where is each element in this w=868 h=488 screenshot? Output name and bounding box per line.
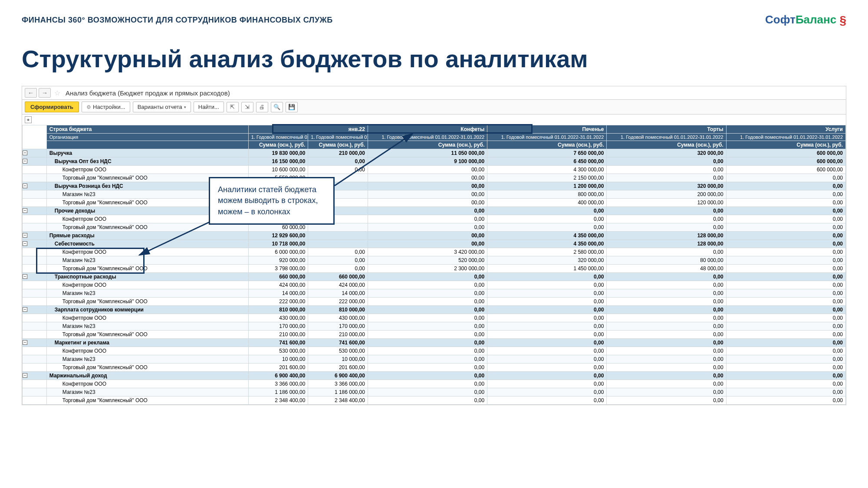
tree-cell[interactable] — [23, 174, 47, 182]
tree-cell[interactable] — [23, 396, 47, 405]
print-button[interactable]: 🖨 — [256, 102, 268, 112]
sum-header-0: Сумма (осн.), руб. — [248, 141, 308, 149]
collapse-down-button[interactable]: ⇲ — [241, 102, 253, 112]
table-row[interactable]: −Выручка Розница без НДС3 470 000,0000,0… — [23, 182, 846, 190]
collapse-icon[interactable]: − — [23, 183, 27, 188]
table-row[interactable]: Торговый дом "Комплексный" ООО3 798 000,… — [23, 265, 846, 273]
tree-cell[interactable]: − — [23, 207, 47, 215]
row-name: Магазин №23 — [46, 256, 248, 265]
collapse-icon[interactable]: − — [23, 208, 27, 213]
save-button[interactable]: 💾 — [286, 102, 298, 112]
cell-value: 0,00 — [607, 273, 726, 281]
tree-cell[interactable] — [23, 347, 47, 355]
tree-cell[interactable] — [23, 289, 47, 298]
tree-cell[interactable] — [23, 256, 47, 265]
find-button[interactable]: Найти... — [194, 102, 224, 112]
collapse-icon[interactable]: − — [23, 340, 27, 345]
collapse-icon[interactable]: − — [23, 274, 27, 279]
table-row[interactable]: −Себестоимость10 718 000,0000,004 350 00… — [23, 240, 846, 248]
cell-value: 222 000,00 — [248, 298, 308, 306]
row-name: Магазин №23 — [46, 388, 248, 396]
collapse-icon[interactable]: − — [23, 373, 27, 378]
tree-cell[interactable] — [23, 199, 47, 207]
table-row[interactable]: Торговый дом "Комплексный" ООО210 000,00… — [23, 331, 846, 339]
tree-cell[interactable] — [23, 190, 47, 199]
tree-cell[interactable] — [23, 265, 47, 273]
cell-value: 0,00 — [487, 364, 607, 372]
tree-cell[interactable] — [23, 322, 47, 331]
table-row[interactable]: Магазин №231 186 000,001 186 000,000,000… — [23, 388, 846, 396]
table-row[interactable]: Магазин №2310 000,0010 000,000,000,000,0… — [23, 355, 846, 364]
table-row[interactable]: −Зарплата сотрудников коммерции810 000,0… — [23, 306, 846, 314]
tree-cell[interactable] — [23, 223, 47, 232]
table-row[interactable]: Конфетпром ООО10 600 000,000,0000,004 30… — [23, 166, 846, 174]
tree-cell[interactable]: − — [23, 306, 47, 314]
table-row[interactable]: Конфетпром ООО3 366 000,003 366 000,000,… — [23, 380, 846, 388]
tree-cell[interactable]: − — [23, 157, 47, 166]
cell-value: 0,00 — [607, 306, 726, 314]
forward-button[interactable]: → — [39, 88, 51, 98]
table-row[interactable]: −Транспортные расходы660 000,00660 000,0… — [23, 273, 846, 281]
table-row[interactable]: Магазин №232 300 000,0000,00800 000,0020… — [23, 190, 846, 199]
tree-cell[interactable]: − — [23, 149, 47, 157]
tree-cell[interactable] — [23, 215, 47, 223]
table-row[interactable]: Торговый дом "Комплексный" ООО1 170 000,… — [23, 199, 846, 207]
table-row[interactable]: Торговый дом "Комплексный" ООО222 000,00… — [23, 298, 846, 306]
cell-value: 0,00 — [487, 314, 607, 322]
row-name: Конфетпром ООО — [46, 248, 248, 256]
table-row[interactable]: Конфетпром ООО530 000,00530 000,000,000,… — [23, 347, 846, 355]
tree-cell[interactable] — [23, 364, 47, 372]
tree-cell[interactable]: − — [23, 372, 47, 380]
tree-cell[interactable]: − — [23, 232, 47, 240]
tree-cell[interactable] — [23, 298, 47, 306]
table-row[interactable]: −Маркетинг и реклама741 600,00741 600,00… — [23, 339, 846, 347]
back-button[interactable]: ← — [25, 88, 37, 98]
table-row[interactable]: Конфетпром ООО6 000 000,000,003 420 000,… — [23, 248, 846, 256]
tree-cell[interactable] — [23, 355, 47, 364]
table-row[interactable]: Торговый дом "Комплексный" ООО5 550 000,… — [23, 174, 846, 182]
cell-value: 1 186 000,00 — [248, 388, 308, 396]
tree-cell[interactable] — [23, 248, 47, 256]
expand-all-button[interactable]: + — [25, 116, 32, 123]
table-row[interactable]: −Прочие доходы210 000,000,000,000,000,00 — [23, 207, 846, 215]
table-row[interactable]: −Выручка Опт без НДС16 150 000,000,009 1… — [23, 157, 846, 166]
tree-cell[interactable] — [23, 380, 47, 388]
cell-value: 430 000,00 — [308, 314, 368, 322]
collapse-icon[interactable]: − — [23, 307, 27, 312]
table-row[interactable]: Конфетпром ООО430 000,00430 000,000,000,… — [23, 314, 846, 322]
cell-value: 0,00 — [368, 314, 487, 322]
collapse-icon[interactable]: − — [23, 241, 27, 246]
tree-cell[interactable]: − — [23, 273, 47, 281]
row-name: Торговый дом "Комплексный" ООО — [46, 364, 248, 372]
preview-button[interactable]: 🔍 — [271, 102, 283, 112]
table-row[interactable]: Торговый дом "Комплексный" ООО201 600,00… — [23, 364, 846, 372]
table-row[interactable]: Торговый дом "Комплексный" ООО2 348 400,… — [23, 396, 846, 405]
table-row[interactable]: Магазин №2314 000,0014 000,000,000,000,0… — [23, 289, 846, 298]
table-row[interactable]: Магазин №23170 000,00170 000,000,000,000… — [23, 322, 846, 331]
settings-button[interactable]: ⚙Настройки... — [82, 102, 130, 112]
tree-cell[interactable]: − — [23, 240, 47, 248]
table-row[interactable]: Торговый дом "Комплексный" ООО60 000,000… — [23, 223, 846, 232]
cell-value: 0,00 — [368, 339, 487, 347]
favorite-star-icon[interactable]: ☆ — [54, 89, 60, 97]
tree-cell[interactable]: − — [23, 339, 47, 347]
variants-button[interactable]: Варианты отчета ▾ — [133, 102, 191, 112]
tree-cell[interactable] — [23, 314, 47, 322]
tree-cell[interactable] — [23, 331, 47, 339]
collapse-icon[interactable]: − — [23, 233, 27, 238]
collapse-icon[interactable]: − — [23, 159, 27, 164]
tree-cell[interactable] — [23, 388, 47, 396]
dropdown-arrow-icon: ▾ — [184, 105, 186, 109]
tree-cell[interactable] — [23, 166, 47, 174]
table-row[interactable]: −Выручка19 830 000,00210 000,0011 050 00… — [23, 149, 846, 157]
tree-cell[interactable]: − — [23, 182, 47, 190]
table-row[interactable]: −Прямые расходы12 929 600,0000,004 350 0… — [23, 232, 846, 240]
table-row[interactable]: Конфетпром ООО150 000,000,000,000,000,00 — [23, 215, 846, 223]
tree-cell[interactable] — [23, 281, 47, 289]
table-row[interactable]: Магазин №23920 000,000,00520 000,00320 0… — [23, 256, 846, 265]
expand-up-button[interactable]: ⇱ — [227, 102, 239, 112]
table-row[interactable]: −Маржинальный доход6 900 400,006 900 400… — [23, 372, 846, 380]
table-row[interactable]: Конфетпром ООО424 000,00424 000,000,000,… — [23, 281, 846, 289]
collapse-icon[interactable]: − — [23, 151, 27, 155]
form-button[interactable]: Сформировать — [25, 102, 79, 112]
